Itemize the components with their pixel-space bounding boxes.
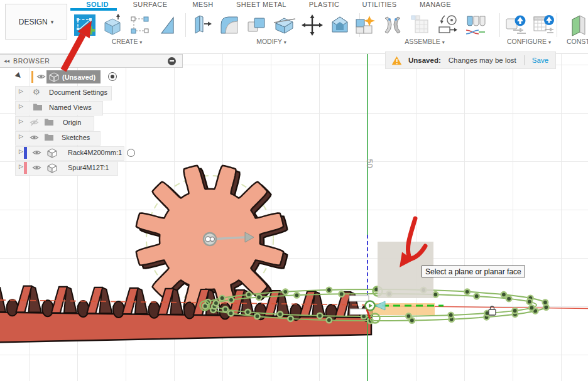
rib-icon[interactable] [155, 13, 180, 38]
group-label-assemble[interactable]: ASSEMBLE ▾ [405, 38, 445, 45]
design-label: DESIGN [19, 18, 48, 26]
enable-contact-icon[interactable] [462, 13, 488, 38]
group-configure [503, 13, 556, 38]
joint-icon[interactable] [379, 13, 405, 38]
combine-icon[interactable] [244, 13, 270, 38]
row-label: Spur4M12T:1 [68, 164, 109, 171]
sketch-point[interactable] [317, 313, 322, 318]
sketch-point[interactable] [278, 311, 283, 316]
sketch-point[interactable] [465, 289, 470, 294]
expand-arrow-icon[interactable]: ▷ [19, 163, 23, 169]
tree-row-spur4m12t-1[interactable]: ▷Spur4M12T:1 [0, 161, 188, 174]
sketch-point[interactable] [256, 294, 261, 299]
toolbar-divider [185, 13, 186, 37]
sketch-point[interactable] [543, 300, 548, 305]
component-color-bar [31, 71, 33, 83]
visibility-eye-icon[interactable] [29, 117, 40, 129]
new-component-icon[interactable] [352, 13, 378, 38]
tab-surface[interactable]: SURFACE [133, 1, 168, 8]
sketch-point[interactable] [283, 289, 288, 294]
sketch-point[interactable] [433, 292, 438, 297]
sketch-point[interactable] [406, 313, 411, 318]
sketch-dimension-icon[interactable] [127, 13, 153, 38]
grid-scale-label: 50 [365, 159, 374, 168]
sketch-point[interactable] [229, 298, 234, 303]
fillet-icon[interactable] [216, 13, 242, 38]
sketch-point[interactable] [294, 292, 299, 298]
expand-arrow-icon[interactable]: ▷ [19, 103, 23, 109]
sketch-point[interactable] [474, 294, 479, 299]
group-label-const[interactable]: CONST [567, 38, 588, 45]
sketch-point[interactable] [214, 301, 219, 306]
collapse-panel-icon[interactable]: ◂◂ [4, 58, 9, 64]
group-label-configure[interactable]: CONFIGURE ▾ [507, 38, 551, 45]
dimension-box[interactable] [349, 296, 369, 301]
sketch-point[interactable] [228, 311, 233, 316]
shell-icon[interactable] [327, 13, 352, 38]
sketch-point[interactable] [327, 318, 332, 323]
row-label: Rack4M200mm:1 [68, 149, 122, 156]
group-modify [188, 13, 352, 38]
sketch-point[interactable] [245, 309, 250, 314]
sketch-point[interactable] [512, 308, 517, 313]
tab-mesh[interactable]: MESH [192, 1, 213, 8]
sketch-point[interactable] [449, 313, 454, 318]
expand-arrow-icon[interactable]: ▷ [19, 148, 23, 154]
sketch-point[interactable] [529, 305, 534, 310]
configuration-icon[interactable] [503, 13, 528, 38]
activate-component-radio[interactable] [108, 72, 117, 81]
sketch-point[interactable] [246, 292, 251, 297]
move-copy-icon[interactable] [299, 13, 325, 38]
sketch-point[interactable] [506, 296, 511, 301]
expand-arrow-icon[interactable]: ▷ [19, 88, 23, 94]
design-workspace-dropdown[interactable]: DESIGN ▾ [5, 4, 67, 40]
row-background [15, 116, 94, 131]
sketch-point[interactable] [327, 287, 332, 292]
cube-icon [46, 163, 58, 175]
sketch-point[interactable] [527, 299, 532, 304]
tab-utilities[interactable]: UTILITIES [362, 1, 397, 8]
visibility-eye-icon[interactable] [36, 72, 46, 83]
sketch-point[interactable] [339, 291, 344, 296]
configuration-table-icon[interactable] [530, 13, 556, 38]
tree-row-rack4m200mm-1[interactable]: ▷Rack4M200mm:1 [0, 146, 188, 159]
save-button[interactable]: Save [532, 56, 548, 64]
tab-solid[interactable]: SOLID [86, 1, 109, 8]
tree-row-document-settings[interactable]: ▷⚙Document Settings [0, 86, 188, 99]
create-sketch-icon[interactable] [72, 13, 97, 38]
gear-icon: ⚙ [33, 87, 40, 97]
group-label-create[interactable]: CREATE ▾ [112, 38, 143, 45]
tree-row--unsaved-[interactable]: ▶(Unsaved) [0, 70, 188, 83]
active-component-chip[interactable]: (Unsaved) [46, 70, 101, 83]
tree-row-named-views[interactable]: ▷Named Views [0, 101, 188, 114]
expand-arrow-icon[interactable]: ▷ [19, 133, 23, 139]
motion-study-icon[interactable] [435, 13, 460, 38]
row-label: Document Settings [49, 89, 107, 96]
sketch-point[interactable] [288, 316, 293, 321]
construction-plane-icon[interactable] [564, 13, 588, 38]
sketch-point[interactable] [223, 307, 228, 312]
unsaved-title: Unsaved: [408, 56, 441, 64]
visibility-eye-icon[interactable] [31, 148, 42, 159]
sketch-point[interactable] [501, 292, 506, 297]
sketch-point[interactable] [254, 314, 259, 319]
tree-row-sketches[interactable]: ▷Sketches [0, 131, 188, 144]
tab-plastic[interactable]: PLASTIC [309, 1, 340, 8]
minimize-panel-icon[interactable] [168, 57, 176, 65]
insert-derive-icon[interactable] [407, 13, 433, 38]
group-label-modify[interactable]: MODIFY ▾ [256, 38, 286, 45]
sketch-point[interactable] [219, 296, 224, 301]
tree-row-origin[interactable]: ▷Origin [0, 116, 188, 129]
visibility-eye-icon[interactable] [29, 132, 40, 144]
expand-arrow-icon[interactable]: ▷ [19, 118, 23, 124]
group-assemble [352, 13, 488, 38]
tab-manage[interactable]: MANAGE [420, 1, 451, 8]
expanded-arrow-icon[interactable]: ▶ [14, 71, 24, 80]
split-body-icon[interactable] [271, 13, 297, 38]
activate-component-radio[interactable] [127, 149, 135, 157]
extrude-icon[interactable] [99, 13, 125, 38]
visibility-eye-icon[interactable] [31, 163, 42, 174]
folder-icon [44, 132, 54, 143]
tab-sheet-metal[interactable]: SHEET METAL [236, 1, 286, 8]
press-pull-icon[interactable] [188, 13, 214, 38]
